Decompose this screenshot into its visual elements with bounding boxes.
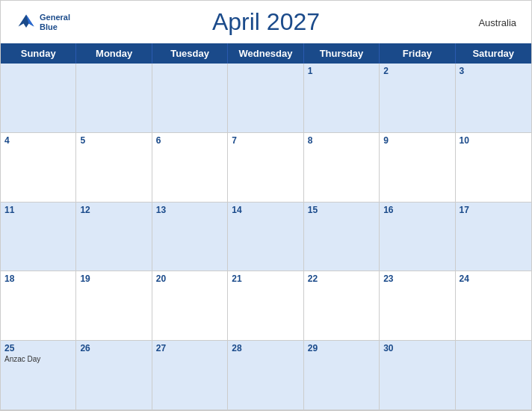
day-cell: 12 [76,203,152,272]
day-number: 5 [80,135,147,146]
day-number: 21 [232,274,299,284]
day-number: 27 [156,343,223,353]
day-number: 2 [383,66,451,76]
day-header-wednesday: Wednesday [228,43,303,64]
calendar-header: General Blue April 2027 Australia [1,1,531,43]
day-cell [1,64,76,133]
day-cell: 16 [380,203,455,272]
day-number: 14 [232,205,299,215]
day-number: 16 [383,205,451,215]
day-cell: 29 [304,341,380,410]
day-number: 18 [4,274,72,284]
day-number: 23 [383,274,451,284]
day-cell: 21 [228,271,303,341]
day-number: 24 [460,274,528,284]
day-number: 29 [308,343,375,353]
day-number: 17 [460,205,528,215]
day-cell: 26 [76,341,152,410]
day-cell: 14 [228,203,303,272]
day-number: 30 [383,343,451,353]
day-number: 1 [308,66,375,76]
month-title: April 2027 [212,8,320,36]
svg-marker-0 [19,14,34,28]
day-number: 25 [4,343,72,353]
day-number: 3 [460,66,528,76]
day-cell: 27 [152,341,228,410]
day-cell: 3 [456,64,531,133]
day-cell: 5 [76,133,152,203]
day-number: 19 [80,274,147,284]
day-cell: 17 [456,203,531,272]
day-cell: 9 [380,133,455,203]
day-header-tuesday: Tuesday [152,43,228,64]
day-cell: 8 [304,133,380,203]
day-cell: 4 [1,133,76,203]
day-header-monday: Monday [76,43,152,64]
day-cell: 15 [304,203,380,272]
day-cell: 19 [76,271,152,341]
day-number: 9 [383,135,451,146]
day-number: 8 [308,135,375,146]
day-header-thursday: Thursday [304,43,380,64]
event-label: Anzac Day [4,355,72,363]
day-cell: 24 [456,271,531,341]
day-number: 4 [4,135,72,146]
day-cell: 13 [152,203,228,272]
logo: General Blue [16,12,70,33]
day-number: 6 [156,135,223,146]
day-number: 28 [232,343,299,353]
day-cell: 1 [304,64,380,133]
day-cell: 10 [456,133,531,203]
day-header-sunday: Sunday [1,43,76,64]
day-cell [228,64,303,133]
logo-icon [16,12,37,33]
calendar-grid: 1234567891011121314151617181920212223242… [1,64,531,410]
day-number: 7 [232,135,299,146]
calendar: General Blue April 2027 Australia Sunday… [0,0,532,411]
day-cell: 7 [228,133,303,203]
day-cell [456,341,531,410]
day-cell: 2 [380,64,455,133]
day-number: 20 [156,274,223,284]
day-cell: 6 [152,133,228,203]
day-number: 11 [4,205,72,215]
day-cell: 11 [1,203,76,272]
day-number: 10 [460,135,528,146]
day-cell: 28 [228,341,303,410]
day-cell [152,64,228,133]
country-label: Australia [478,16,516,28]
day-number: 26 [80,343,147,353]
day-cell [76,64,152,133]
day-cell: 23 [380,271,455,341]
day-cell: 18 [1,271,76,341]
day-cell: 22 [304,271,380,341]
day-cell: 30 [380,341,455,410]
day-number: 13 [156,205,223,215]
logo-text: General Blue [40,13,70,31]
day-header-friday: Friday [380,43,455,64]
day-header-saturday: Saturday [456,43,531,64]
day-headers-row: SundayMondayTuesdayWednesdayThursdayFrid… [1,43,531,64]
day-number: 12 [80,205,147,215]
day-cell: 25Anzac Day [1,341,76,410]
day-number: 22 [308,274,375,284]
day-number: 15 [308,205,375,215]
day-cell: 20 [152,271,228,341]
